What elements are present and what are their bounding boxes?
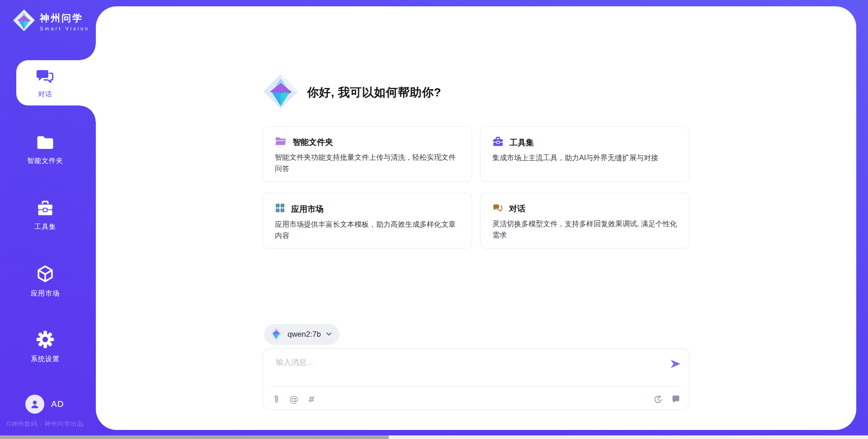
- sidebar-item-label: 系统设置: [31, 355, 60, 363]
- brand-name: 神州问学: [40, 12, 90, 24]
- chat-icon: [492, 203, 503, 215]
- folder-icon: [36, 134, 55, 153]
- card-chat[interactable]: 对话 灵活切换多模型文件，支持多样回复效果调试, 满足个性化需求: [480, 193, 689, 248]
- sidebar-item-label: 工具集: [34, 223, 56, 231]
- brand-diamond-icon: [269, 327, 283, 342]
- comment-icon[interactable]: [670, 393, 682, 405]
- card-description: 应用市场提供丰富长文本模板，助力高效生成多样化文章内容: [275, 219, 461, 242]
- main-panel: 你好, 我可以如何帮助你? 智能文件夹 智能文件夹功能支持批量文件上传与清洗，轻…: [96, 6, 856, 430]
- card-title: 智能文件夹: [292, 137, 333, 148]
- cube-icon: [36, 264, 55, 285]
- greeting-block: 你好, 我可以如何帮助你?: [263, 73, 689, 111]
- card-title: 工具集: [509, 137, 534, 148]
- sidebar-item-label: 对话: [38, 90, 52, 99]
- chat-icon: [36, 67, 55, 87]
- user-profile[interactable]: AD: [25, 395, 64, 414]
- toolbox-icon: [492, 136, 504, 148]
- brand: 神州问学 Smart Vision: [13, 9, 90, 33]
- feature-cards: 智能文件夹 智能文件夹功能支持批量文件上传与清洗，轻松实现文件问答 工具集: [263, 126, 689, 248]
- hero-diamond-icon: [263, 73, 299, 111]
- horizontal-scrollbar[interactable]: [0, 435, 868, 439]
- card-description: 灵活切换多模型文件，支持多样回复效果调试, 满足个性化需求: [492, 219, 678, 241]
- message-input[interactable]: [276, 355, 651, 370]
- brand-diamond-icon: [13, 9, 35, 33]
- sidebar-item-label: 应用市场: [31, 289, 60, 298]
- sidebar-item-app-market[interactable]: 应用市场: [0, 260, 96, 302]
- chevron-down-icon: [326, 330, 332, 339]
- gear-icon: [36, 330, 55, 351]
- paperclip-icon[interactable]: [270, 393, 282, 405]
- folder-icon: [275, 136, 287, 148]
- grid-icon: [275, 203, 285, 215]
- composer-footer-right: [652, 393, 682, 405]
- card-app-market[interactable]: 应用市场 应用市场提供丰富长文本模板，助力高效生成多样化文章内容: [263, 193, 472, 248]
- card-title: 应用市场: [291, 204, 324, 215]
- card-title: 对话: [509, 203, 525, 214]
- sidebar-item-label: 智能文件夹: [27, 157, 63, 165]
- composer-footer: @ #: [270, 393, 682, 406]
- message-composer: @ #: [263, 348, 689, 410]
- at-icon[interactable]: @: [288, 393, 300, 405]
- sidebar-item-chat[interactable]: 对话: [16, 60, 96, 105]
- sidebar-item-settings[interactable]: 系统设置: [0, 326, 96, 367]
- app-root: 神州问学 Smart Vision 对话 智能文件夹: [0, 0, 868, 439]
- card-description: 智能文件夹功能支持批量文件上传与清洗，轻松实现文件问答: [275, 152, 461, 175]
- card-toolbox[interactable]: 工具集 集成市场上主流工具，助力AI与外界无缝扩展与对接: [480, 126, 689, 182]
- avatar: [25, 395, 44, 414]
- toolbox-icon: [36, 200, 55, 219]
- model-name: qwen2:7b: [288, 330, 321, 339]
- model-selector[interactable]: qwen2:7b: [264, 324, 340, 345]
- sidebar-item-toolbox[interactable]: 工具集: [0, 195, 96, 236]
- user-initials: AD: [51, 399, 64, 409]
- brand-text: 神州问学 Smart Vision: [40, 12, 90, 31]
- history-icon[interactable]: [652, 393, 664, 405]
- composer-divider: [270, 387, 682, 387]
- sidebar-item-smart-folder[interactable]: 智能文件夹: [0, 129, 96, 171]
- card-description: 集成市场上主流工具，助力AI与外界无缝扩展与对接: [492, 153, 678, 164]
- card-smart-folder[interactable]: 智能文件夹 智能文件夹功能支持批量文件上传与清洗，轻松实现文件问答: [263, 126, 472, 182]
- brand-subtitle: Smart Vision: [40, 26, 90, 31]
- greeting-text: 你好, 我可以如何帮助你?: [307, 85, 441, 100]
- hash-icon[interactable]: #: [306, 393, 317, 405]
- send-icon[interactable]: [669, 358, 682, 370]
- scrollbar-thumb[interactable]: [0, 435, 389, 439]
- copyright-text: ©神州数码 · 神州问学出品: [6, 420, 97, 428]
